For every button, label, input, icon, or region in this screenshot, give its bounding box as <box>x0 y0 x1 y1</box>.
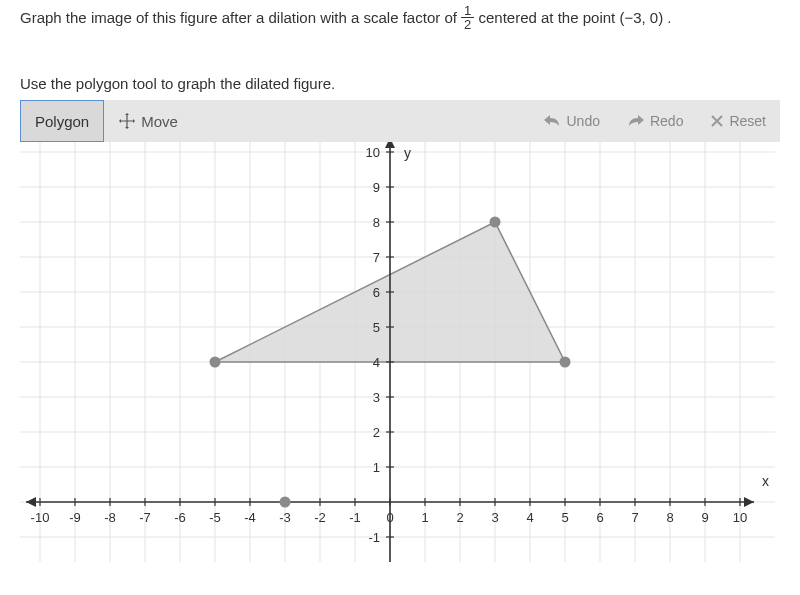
x-tick-label: 3 <box>491 510 498 525</box>
x-tick-label: -8 <box>104 510 116 525</box>
x-tick-label: -9 <box>69 510 81 525</box>
x-tick-label: 7 <box>631 510 638 525</box>
fraction-numerator: 1 <box>461 4 474 17</box>
question-suffix: centered at the point (−3, 0) . <box>478 9 671 26</box>
y-tick-label: 8 <box>373 215 380 230</box>
x-tick-label: -6 <box>174 510 186 525</box>
x-tick-label: 4 <box>526 510 533 525</box>
question-prefix: Graph the image of this figure after a d… <box>20 9 461 26</box>
y-tick-label: 5 <box>373 320 380 335</box>
y-axis-label: y <box>404 145 411 161</box>
question-text: Graph the image of this figure after a d… <box>20 6 780 33</box>
move-icon <box>119 113 135 129</box>
svg-marker-37 <box>26 497 36 507</box>
triangle-vertex[interactable] <box>490 217 501 228</box>
y-tick-label: 9 <box>373 180 380 195</box>
svg-marker-39 <box>385 142 395 148</box>
x-tick-label: 6 <box>596 510 603 525</box>
redo-label: Redo <box>650 113 683 129</box>
x-tick-label: -4 <box>244 510 256 525</box>
undo-button[interactable]: Undo <box>530 100 613 142</box>
polygon-tool-label: Polygon <box>35 113 89 130</box>
x-tick-label: 5 <box>561 510 568 525</box>
x-tick-label: -3 <box>279 510 291 525</box>
y-tick-label: 7 <box>373 250 380 265</box>
instruction-text: Use the polygon tool to graph the dilate… <box>20 75 780 92</box>
redo-button[interactable]: Redo <box>614 100 697 142</box>
x-tick-label: 8 <box>666 510 673 525</box>
polygon-tool-button[interactable]: Polygon <box>20 100 104 142</box>
y-tick-label: 4 <box>373 355 380 370</box>
y-tick-label: 6 <box>373 285 380 300</box>
x-tick-label: 2 <box>456 510 463 525</box>
x-tick-label: -1 <box>349 510 361 525</box>
reset-button[interactable]: Reset <box>697 100 780 142</box>
redo-icon <box>628 115 644 127</box>
y-tick-label: 1 <box>373 460 380 475</box>
undo-label: Undo <box>566 113 599 129</box>
reset-icon <box>711 115 723 127</box>
x-tick-label: 9 <box>701 510 708 525</box>
move-tool-button[interactable]: Move <box>104 100 193 142</box>
x-tick-label: 10 <box>733 510 747 525</box>
fraction: 1 2 <box>461 4 474 31</box>
x-tick-label: -5 <box>209 510 221 525</box>
svg-marker-38 <box>744 497 754 507</box>
dilation-center-point[interactable] <box>280 497 291 508</box>
y-tick-label: 10 <box>366 145 380 160</box>
triangle-vertex[interactable] <box>560 357 571 368</box>
triangle-vertex[interactable] <box>210 357 221 368</box>
fraction-denominator: 2 <box>461 17 474 31</box>
graph-area[interactable]: -10-9-8-7-6-5-4-3-2-1012345678910-3-2-11… <box>20 142 780 562</box>
x-axis-label: x <box>762 473 769 489</box>
reset-label: Reset <box>729 113 766 129</box>
x-tick-label: -10 <box>31 510 50 525</box>
toolbar: Polygon Move Undo Redo Reset <box>20 100 780 142</box>
y-tick-label: 3 <box>373 390 380 405</box>
x-tick-label: 1 <box>421 510 428 525</box>
move-tool-label: Move <box>141 113 178 130</box>
undo-icon <box>544 115 560 127</box>
x-tick-label: -2 <box>314 510 326 525</box>
x-tick-label: 0 <box>386 510 393 525</box>
y-tick-label: 2 <box>373 425 380 440</box>
y-tick-label: -1 <box>368 530 380 545</box>
x-tick-label: -7 <box>139 510 151 525</box>
